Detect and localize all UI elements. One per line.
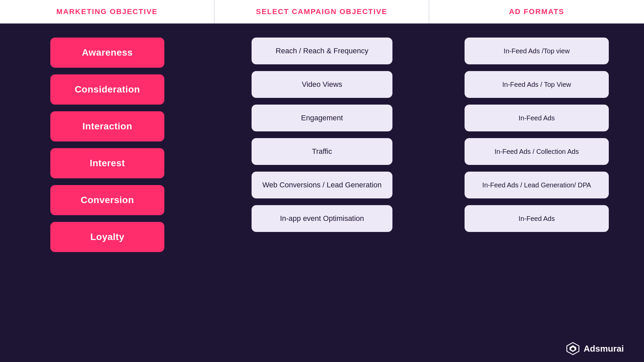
ad-format-infeed-lead-dpa-button[interactable]: In-Feed Ads / Lead Generation/ DPA [465, 172, 609, 198]
campaign-engagement-button[interactable]: Engagement [252, 105, 392, 131]
ad-format-infeed-2-button[interactable]: In-Feed Ads [465, 205, 609, 232]
campaign-reach-button[interactable]: Reach / Reach & Frequency [252, 38, 392, 64]
header-ad-formats: AD FORMATS [429, 0, 644, 23]
adsmurai-logo-text: Adsmurai [584, 344, 624, 354]
ad-format-infeed-topview-1-button[interactable]: In-Feed Ads /Top view [465, 38, 609, 64]
ad-format-infeed-topview-2-button[interactable]: In-Feed Ads / Top View [465, 71, 609, 98]
header-campaign-objective: SELECT CAMPAIGN OBJECTIVE [215, 0, 429, 23]
marketing-objective-loyalty-button[interactable]: Loyalty [50, 222, 164, 252]
header-marketing-objective: MARKETING OBJECTIVE [0, 0, 215, 23]
campaign-web-conversions-button[interactable]: Web Conversions / Lead Generation [252, 172, 392, 198]
ad-formats-column: In-Feed Ads /Top view In-Feed Ads / Top … [429, 38, 644, 332]
marketing-objective-interaction-button[interactable]: Interaction [50, 111, 164, 141]
marketing-objective-consideration-button[interactable]: Consideration [50, 74, 164, 105]
marketing-objective-column: Awareness Consideration Interaction Inte… [0, 38, 215, 332]
campaign-traffic-button[interactable]: Traffic [252, 138, 392, 165]
campaign-objective-column: Reach / Reach & Frequency Video Views En… [215, 38, 429, 332]
adsmurai-logo-icon [566, 342, 580, 355]
campaign-video-views-button[interactable]: Video Views [252, 71, 392, 98]
ad-format-infeed-collection-button[interactable]: In-Feed Ads / Collection Ads [465, 138, 609, 165]
campaign-inapp-event-button[interactable]: In-app event Optimisation [252, 205, 392, 232]
marketing-objective-interest-button[interactable]: Interest [50, 148, 164, 178]
marketing-objective-conversion-button[interactable]: Conversion [50, 185, 164, 215]
main-content: Awareness Consideration Interaction Inte… [0, 24, 644, 339]
header-row: MARKETING OBJECTIVE SELECT CAMPAIGN OBJE… [0, 0, 644, 24]
marketing-objective-awareness-button[interactable]: Awareness [50, 38, 164, 68]
logo-area: Adsmurai [0, 339, 644, 362]
ad-format-infeed-1-button[interactable]: In-Feed Ads [465, 105, 609, 131]
